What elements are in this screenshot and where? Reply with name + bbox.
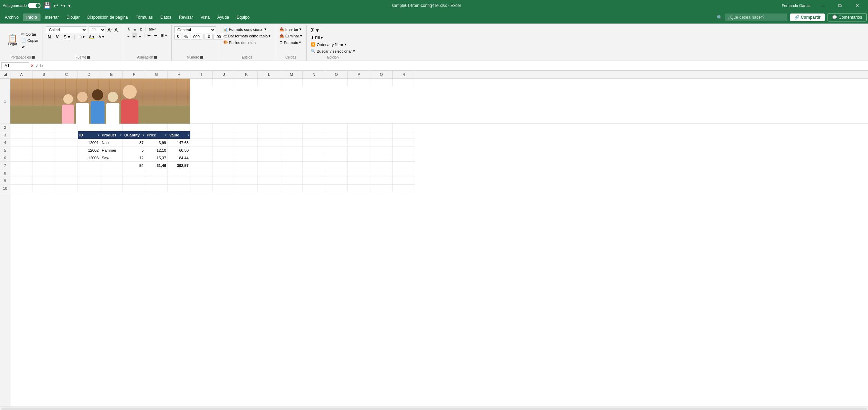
value-dropdown-arrow[interactable]: ▾ <box>188 134 189 137</box>
border-button[interactable]: ⊞ ▾ <box>77 34 86 40</box>
number-format-select[interactable]: General <box>174 26 216 33</box>
cell-G9[interactable] <box>145 177 168 185</box>
cell-R3[interactable] <box>393 131 415 139</box>
align-bottom-button[interactable]: ⊻ <box>138 26 144 32</box>
cell-reference-input[interactable] <box>1 62 29 69</box>
cell-P2[interactable] <box>348 124 370 131</box>
cell-O4[interactable] <box>325 139 348 146</box>
cell-N5[interactable] <box>303 146 325 154</box>
cell-E4[interactable]: Nails <box>100 139 123 146</box>
conditional-format-button[interactable]: 📊 Formato condicional ▾ <box>222 26 272 32</box>
cell-L7[interactable] <box>258 162 280 169</box>
indent-more-button[interactable]: ⇥ <box>153 33 159 38</box>
cell-Q5[interactable] <box>370 146 393 154</box>
cell-G10[interactable] <box>145 185 168 192</box>
cell-F7-total-qty[interactable]: 54 <box>123 162 145 169</box>
cell-A3[interactable] <box>10 131 33 139</box>
cell-N3[interactable] <box>303 131 325 139</box>
quantity-dropdown-arrow[interactable]: ▾ <box>143 134 144 137</box>
customize-icon[interactable]: ▾ <box>68 3 71 8</box>
cell-P10[interactable] <box>348 185 370 192</box>
cell-Q6[interactable] <box>370 154 393 162</box>
cell-C6[interactable] <box>55 154 78 162</box>
cell-C2[interactable] <box>55 124 78 131</box>
percent-button[interactable]: % <box>182 34 190 39</box>
paste-button[interactable]: 📋 Pegar <box>6 33 19 47</box>
price-dropdown-arrow[interactable]: ▾ <box>165 134 166 137</box>
share-button[interactable]: 🔗Compartir <box>790 14 825 21</box>
cell-D8[interactable] <box>78 169 100 177</box>
cell-R10[interactable] <box>393 185 415 192</box>
cell-G8[interactable] <box>145 169 168 177</box>
cell-styles-button[interactable]: 🎨 Estilos de celda <box>222 39 272 45</box>
row-5[interactable]: 5 <box>0 146 10 154</box>
cell-R1[interactable] <box>393 79 415 86</box>
col-G[interactable]: G <box>145 71 168 78</box>
cell-R9[interactable] <box>393 177 415 185</box>
insert-function-icon[interactable]: fx <box>40 63 43 68</box>
cell-O1[interactable] <box>325 79 348 86</box>
cell-R7[interactable] <box>393 162 415 169</box>
cell-A8[interactable] <box>10 169 33 177</box>
find-select-button[interactable]: 🔍 Buscar y seleccionar ▾ <box>309 48 356 54</box>
sort-filter-button[interactable]: 🔽 Ordenar y filtrar ▾ <box>309 42 356 47</box>
cell-F6[interactable]: 12 <box>123 154 145 162</box>
cell-O8[interactable] <box>325 169 348 177</box>
decimal-less-button[interactable]: .0 <box>205 34 213 39</box>
cell-R5[interactable] <box>393 146 415 154</box>
menu-ayuda[interactable]: Ayuda <box>214 14 233 21</box>
cell-O5[interactable] <box>325 146 348 154</box>
cell-J5[interactable] <box>213 146 235 154</box>
cell-L6[interactable] <box>258 154 280 162</box>
cell-M5[interactable] <box>280 146 303 154</box>
fuente-label[interactable]: Fuente ⬛ <box>75 54 90 59</box>
cell-M7[interactable] <box>280 162 303 169</box>
cell-E6[interactable]: Saw <box>100 154 123 162</box>
cell-P3[interactable] <box>348 131 370 139</box>
cell-I1[interactable] <box>190 79 213 86</box>
cell-H3-header[interactable]: Value ▾ <box>168 131 190 139</box>
col-P[interactable]: P <box>348 71 370 78</box>
cell-F9[interactable] <box>123 177 145 185</box>
cell-D10[interactable] <box>78 185 100 192</box>
cut-button[interactable]: ✂Cortar <box>20 31 40 37</box>
cell-J1[interactable] <box>213 79 235 86</box>
cell-P8[interactable] <box>348 169 370 177</box>
cell-R8[interactable] <box>393 169 415 177</box>
cell-L9[interactable] <box>258 177 280 185</box>
cell-N9[interactable] <box>303 177 325 185</box>
cell-J7[interactable] <box>213 162 235 169</box>
cell-K2[interactable] <box>235 124 258 131</box>
search-input[interactable] <box>725 14 787 21</box>
menu-dibujar[interactable]: Dibujar <box>63 14 83 21</box>
indent-less-button[interactable]: ⇤ <box>146 33 152 38</box>
cell-J8[interactable] <box>213 169 235 177</box>
menu-revisar[interactable]: Revisar <box>175 14 197 21</box>
row-8[interactable]: 8 <box>0 169 10 177</box>
cell-O7[interactable] <box>325 162 348 169</box>
cell-N2[interactable] <box>303 124 325 131</box>
cell-A10[interactable] <box>10 185 33 192</box>
cell-I4[interactable] <box>190 139 213 146</box>
cell-A4[interactable] <box>10 139 33 146</box>
cell-I7[interactable] <box>190 162 213 169</box>
cell-P7[interactable] <box>348 162 370 169</box>
cell-D2[interactable] <box>78 124 100 131</box>
cell-D9[interactable] <box>78 177 100 185</box>
cell-E2[interactable] <box>100 124 123 131</box>
cell-R4[interactable] <box>393 139 415 146</box>
cell-Q4[interactable] <box>370 139 393 146</box>
cell-M9[interactable] <box>280 177 303 185</box>
cell-I10[interactable] <box>190 185 213 192</box>
cell-B3[interactable] <box>33 131 55 139</box>
cell-F5[interactable]: 5 <box>123 146 145 154</box>
cell-A2[interactable] <box>10 124 33 131</box>
menu-datos[interactable]: Datos <box>157 14 175 21</box>
cell-H6[interactable]: 184,44 <box>168 154 190 162</box>
wrap-text-button[interactable]: ab↵ <box>147 26 157 32</box>
align-center-button[interactable]: ≡ <box>132 33 137 38</box>
cell-M8[interactable] <box>280 169 303 177</box>
autosum-button[interactable]: Σ ▾ <box>309 26 356 34</box>
cell-N10[interactable] <box>303 185 325 192</box>
cell-G2[interactable] <box>145 124 168 131</box>
